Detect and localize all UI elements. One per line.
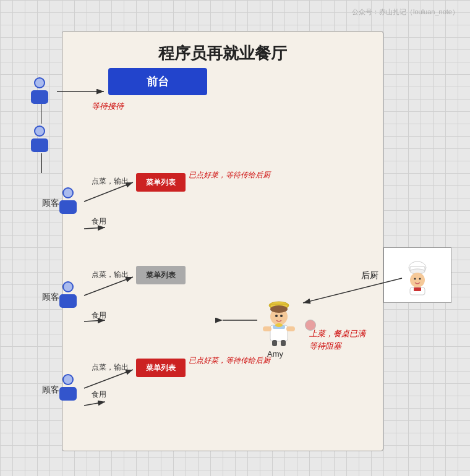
- eat-label-a3: 食用: [92, 389, 106, 400]
- svg-point-31: [275, 323, 283, 327]
- kitchen-box: [383, 247, 451, 303]
- customer-label-3: 顾客: [42, 385, 59, 396]
- menu-box-a3: 菜单列表: [136, 359, 186, 377]
- customer-label-2: 顾客: [42, 292, 59, 303]
- person-icon-2: [26, 124, 53, 155]
- waiting-label: 等待接待: [92, 101, 124, 112]
- main-title: 程序员再就业餐厅: [62, 32, 383, 70]
- amy-svg: [258, 297, 300, 346]
- eat-label-a2: 食用: [92, 310, 106, 321]
- order-label-a1: 点菜，输出: [92, 176, 129, 187]
- svg-rect-22: [414, 287, 421, 291]
- svg-rect-4: [31, 138, 48, 152]
- svg-rect-35: [281, 340, 286, 346]
- amy-label: Amy: [267, 349, 283, 359]
- menu-box-a2: 菜单列表: [136, 266, 186, 284]
- svg-point-28: [280, 315, 283, 317]
- status-label-a1: 已点好菜，等待传给后厨: [189, 170, 270, 181]
- svg-point-18: [410, 273, 425, 287]
- order-label-a2: 点菜，输出: [92, 270, 129, 280]
- svg-rect-1: [31, 90, 48, 104]
- serving-label: 上菜，餐桌已满等待阻塞: [309, 328, 365, 352]
- svg-rect-13: [59, 387, 77, 401]
- customer-icon-1: [26, 75, 53, 106]
- svg-rect-34: [272, 340, 277, 346]
- svg-point-14: [64, 375, 72, 384]
- menu-box-a1: 菜单列表: [136, 173, 186, 192]
- amy-figure: [257, 297, 301, 346]
- svg-rect-10: [59, 294, 77, 308]
- svg-point-26: [270, 305, 288, 313]
- svg-rect-32: [263, 326, 271, 331]
- customer-icon-2: [26, 124, 53, 155]
- svg-point-5: [35, 127, 44, 135]
- kitchen-label: 后厨: [361, 270, 378, 281]
- svg-point-11: [64, 283, 72, 291]
- eat-label-a1: 食用: [92, 216, 106, 227]
- svg-point-19: [414, 278, 416, 279]
- svg-rect-33: [286, 326, 295, 331]
- watermark: 公众号：赤山扎记（louluan_note）: [352, 7, 459, 17]
- svg-point-27: [275, 315, 278, 317]
- svg-point-2: [35, 79, 44, 87]
- serving-circle: [305, 320, 316, 331]
- svg-rect-7: [59, 200, 77, 214]
- front-desk-button[interactable]: 前台: [108, 68, 207, 95]
- order-label-a3: 点菜，输出: [92, 362, 129, 373]
- svg-point-20: [419, 278, 421, 279]
- customer-label-1: 顾客: [42, 198, 59, 209]
- chef-icon: [399, 255, 436, 295]
- svg-point-8: [64, 189, 72, 197]
- status-label-a3: 已点好菜，等待传给后厨: [189, 355, 270, 366]
- person-icon-1: [26, 75, 53, 106]
